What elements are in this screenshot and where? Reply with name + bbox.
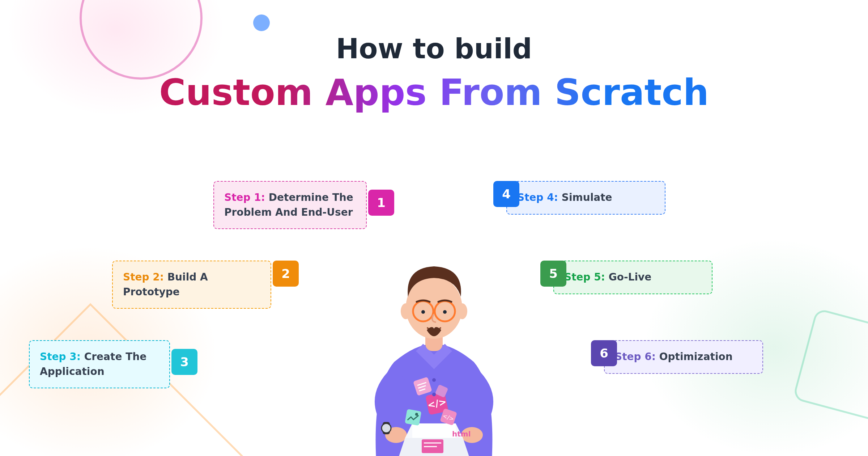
svg-point-8 bbox=[443, 310, 447, 314]
step-card-6: Step 6: Optimization bbox=[604, 340, 763, 374]
step-label: Step 6: bbox=[615, 351, 656, 363]
step-label: Step 2: bbox=[123, 271, 164, 283]
svg-point-28 bbox=[432, 393, 436, 396]
svg-point-3 bbox=[457, 303, 467, 319]
step-badge-3: 3 bbox=[171, 349, 197, 375]
step-badge-1: 1 bbox=[368, 190, 394, 216]
step-text: Optimization bbox=[656, 351, 733, 363]
svg-rect-18 bbox=[405, 409, 421, 426]
step-text: Simulate bbox=[558, 191, 612, 203]
step-label: Step 3: bbox=[40, 351, 81, 363]
step-label: Step 1: bbox=[224, 191, 265, 203]
step-card-5: Step 5: Go-Live bbox=[553, 261, 712, 294]
step-text: Go-Live bbox=[605, 271, 651, 283]
svg-point-27 bbox=[432, 378, 436, 382]
step-label: Step 4: bbox=[517, 191, 558, 203]
step-badge-6: 6 bbox=[591, 340, 617, 366]
step-label: Step 5: bbox=[564, 271, 605, 283]
svg-point-2 bbox=[401, 303, 411, 319]
svg-point-12 bbox=[382, 423, 391, 433]
step-card-2: Step 2: Build A Prototype bbox=[112, 261, 271, 309]
developer-illustration: html </> </> bbox=[322, 235, 546, 456]
step-badge-2: 2 bbox=[273, 261, 299, 287]
step-card-4: Step 4: Simulate bbox=[506, 181, 665, 215]
svg-point-7 bbox=[421, 310, 425, 314]
step-card-1: Step 1: Determine The Problem And End-Us… bbox=[213, 181, 367, 229]
step-badge-4: 4 bbox=[493, 181, 519, 207]
box-html-label: html bbox=[452, 430, 471, 438]
step-card-3: Step 3: Create The Application bbox=[29, 340, 170, 388]
